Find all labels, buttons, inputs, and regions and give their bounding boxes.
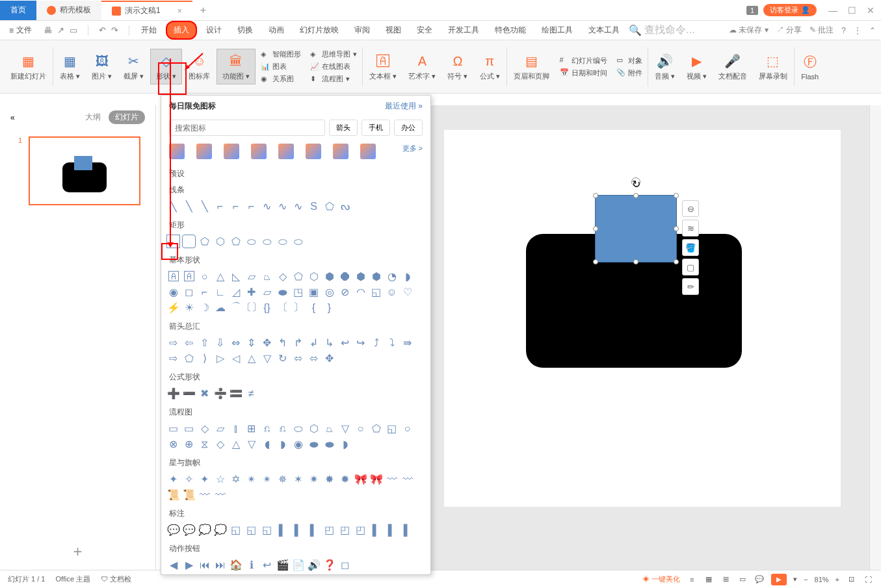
slide-thumbnail[interactable] [29, 136, 140, 205]
shape-heptagon[interactable]: ⬢ [322, 270, 336, 283]
shape-action-begin[interactable]: ⏮ [198, 558, 211, 572]
share-button[interactable]: ↗ 分享 [776, 25, 802, 36]
shape-flow-predef[interactable]: ⫿ [229, 422, 243, 435]
print-icon[interactable]: ↗ [57, 25, 64, 35]
shape-star7[interactable]: ✴ [244, 472, 258, 486]
shape-doublewave[interactable]: 〰 [213, 488, 227, 502]
shape-connector[interactable]: ⌐ [213, 199, 227, 213]
save-icon[interactable]: 🖶 [44, 25, 52, 35]
shape-flow-internal[interactable]: ⊞ [244, 422, 258, 435]
tab-slides[interactable]: 幻灯片 [109, 110, 145, 124]
blue-rect-shape-selected[interactable]: ↻ [595, 195, 677, 262]
shape-lbrace[interactable]: { [307, 301, 321, 314]
shape-pentagon[interactable]: ⬠ [291, 270, 305, 283]
resize-handle-w[interactable] [593, 226, 598, 231]
shape-plaque[interactable]: ⏥ [260, 285, 274, 299]
icon-search-input[interactable] [169, 120, 325, 136]
menu-devtools[interactable]: 开发工具 [441, 22, 486, 38]
shape-flow-stored[interactable]: ◖ [260, 437, 274, 451]
ribbon-wordart[interactable]: A艺术字 ▾ [403, 49, 441, 84]
shape-ribbon-curved[interactable]: 〰 [385, 472, 399, 486]
menu-transition[interactable]: 切换 [231, 22, 259, 38]
shape-flow-manual[interactable]: ⏢ [322, 422, 336, 435]
resize-handle-s[interactable] [633, 259, 638, 264]
sidebar-back[interactable]: « [10, 113, 15, 122]
shape-textbox[interactable]: 🄰 [166, 270, 180, 283]
shape-callout-line3[interactable]: ◱ [260, 523, 274, 537]
collapse-ribbon-icon[interactable]: ⌃ [869, 26, 876, 35]
shape-star10[interactable]: ✵ [276, 472, 289, 486]
menu-start[interactable]: 开始 [135, 22, 163, 38]
shape-wave[interactable]: 〰 [198, 488, 211, 502]
unsaved-indicator[interactable]: ☁ 未保存 ▾ [729, 25, 769, 36]
shape-arrow-bent[interactable]: ↱ [291, 336, 305, 350]
shape-parallelogram[interactable]: ▱ [244, 270, 258, 283]
shape-action-help[interactable]: ❓ [322, 558, 336, 572]
shape-oval[interactable]: ○ [198, 270, 211, 283]
shape-callout-noborder1[interactable]: ◰ [322, 523, 336, 537]
shape-arrow-callout[interactable]: △ [244, 352, 258, 365]
shape-freeform[interactable]: S [307, 199, 321, 213]
shape-arrow-striped[interactable]: ⇛ [401, 336, 414, 350]
shape-ribbon-down[interactable]: 🎀 [369, 472, 383, 486]
view-reading-icon[interactable]: ▭ [737, 574, 748, 585]
shape-smiley[interactable]: ☺ [385, 285, 399, 299]
shape-freeform[interactable]: ⬠ [322, 199, 336, 213]
shape-flow-process[interactable]: ▭ [166, 422, 180, 435]
shape-star16[interactable]: ✷ [307, 472, 321, 486]
float-tool-eyedrop[interactable]: ✏ [682, 278, 699, 295]
shape-flow-doc[interactable]: ⎌ [260, 422, 274, 435]
shape-arrow-lr[interactable]: ⇔ [229, 336, 243, 350]
resize-handle-ne[interactable] [674, 193, 679, 198]
status-doc-check[interactable]: 🛡 文档检 [101, 574, 131, 584]
shape-hexagon[interactable]: ⬡ [307, 270, 321, 283]
shape-diag-stripe[interactable]: ◿ [229, 285, 243, 299]
shape-snip-rect[interactable]: ⬠ [198, 235, 211, 248]
shape-rbracket[interactable]: 〕 [291, 301, 305, 314]
shape-scribble[interactable]: ᔓ [338, 199, 352, 213]
zoom-in-button[interactable]: + [835, 576, 839, 583]
shape-chord[interactable]: ◗ [401, 270, 414, 283]
shape-callout-oval[interactable]: 💭 [198, 523, 211, 537]
shape-action-end[interactable]: ⏭ [213, 558, 227, 572]
shape-arrow-left[interactable]: ⇦ [182, 336, 196, 350]
shape-cross[interactable]: ✚ [244, 285, 258, 299]
menu-view[interactable]: 视图 [379, 22, 408, 38]
shape-brace[interactable]: {} [260, 301, 274, 314]
menu-review[interactable]: 审阅 [348, 22, 376, 38]
resize-handle-e[interactable] [674, 226, 679, 231]
shape-flow-multidoc[interactable]: ⎌ [276, 422, 289, 435]
right-collapse-bar[interactable] [869, 105, 881, 570]
shape-arrow-callout[interactable]: ▷ [213, 352, 227, 365]
shape-callout-noborder2[interactable]: ◰ [338, 523, 352, 537]
ribbon-screen-rec[interactable]: ⬚屏幕录制 [754, 49, 793, 84]
more-icon[interactable]: ⋮ [854, 26, 861, 35]
beautify-button[interactable]: ◈ 一键美化 [642, 574, 680, 584]
close-icon[interactable]: × [178, 6, 182, 16]
shape-arrow-callout[interactable]: ⬄ [307, 352, 321, 365]
shape-connector[interactable]: ⌐ [229, 199, 243, 213]
shape-action-home[interactable]: 🏠 [229, 558, 243, 572]
ribbon-flash[interactable]: ⒻFlash [796, 51, 824, 83]
shape-lshape[interactable]: ∟ [213, 285, 227, 299]
add-tab-button[interactable]: + [192, 5, 214, 16]
shape-arrow-bent[interactable]: ↲ [307, 336, 321, 350]
shape-lightning[interactable]: ⚡ [166, 301, 180, 314]
shape-bevel[interactable]: ▣ [307, 285, 321, 299]
free-icon[interactable] [333, 144, 348, 159]
shape-heart[interactable]: ♡ [401, 285, 414, 299]
menu-slideshow[interactable]: 幻灯片放映 [293, 22, 345, 38]
ribbon-shape[interactable]: ◇形状 ▾ [150, 49, 182, 84]
shape-cube[interactable]: ◳ [291, 285, 305, 299]
shape-arrow-chevron[interactable]: ⟩ [198, 352, 211, 365]
shape-flow-prep[interactable]: ⬡ [307, 422, 321, 435]
menu-security[interactable]: 安全 [410, 22, 439, 38]
ribbon-symbol[interactable]: Ω符号 ▾ [442, 49, 473, 84]
free-icon[interactable] [306, 144, 321, 159]
menu-drawtools[interactable]: 绘图工具 [535, 22, 579, 38]
ribbon-relation[interactable]: ◉关系图 [261, 74, 301, 84]
shape-trapezoid[interactable]: ⏢ [260, 270, 274, 283]
shape-callout-noborder3[interactable]: ◰ [354, 523, 367, 537]
shape-flow-display[interactable]: ◗ [338, 437, 352, 451]
shape-ribbon-curved2[interactable]: 〰 [401, 472, 414, 486]
